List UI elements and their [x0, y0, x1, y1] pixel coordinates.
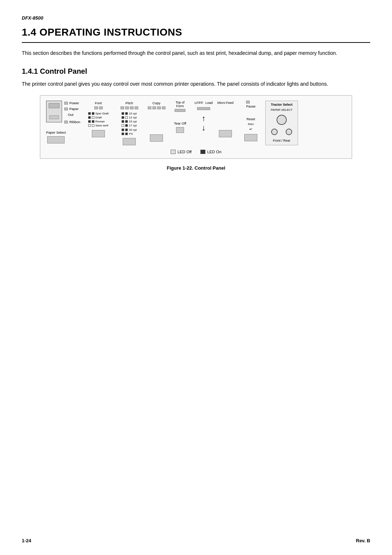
down-arrow: ↓: [202, 124, 206, 132]
led-off-label: LED Off: [177, 149, 192, 155]
top-form-section: Top of Form Tear Off: [167, 101, 193, 134]
micro-feed-button[interactable]: [219, 130, 232, 137]
tractor-knobs: [275, 114, 288, 126]
page-title: 1.4 OPERATING INSTRUCTIONS: [22, 25, 370, 43]
pitch-button[interactable]: [123, 138, 136, 145]
tear-off-button[interactable]: [176, 127, 184, 133]
figure-caption: Figure 1-22. Control Panel: [22, 165, 370, 172]
intro-text: This section describes the functions per…: [22, 49, 370, 57]
tractor-knob-left[interactable]: [277, 115, 287, 125]
top-of-label: Top of: [176, 101, 185, 105]
control-panel-diagram: Power Paper Out Ribbon: [40, 95, 352, 159]
up-arrow: ↑: [202, 114, 206, 122]
font-label: Font: [95, 101, 102, 106]
led-off-box: [171, 150, 176, 154]
font-section: Font Sper Draft Draft Roman Sans serif: [84, 101, 113, 138]
pitch-led-row: [121, 106, 138, 109]
out-label: Out: [68, 112, 73, 117]
copy-led-row: [148, 106, 166, 109]
model-label: DFX-8500: [22, 15, 370, 22]
copy-section: Copy: [146, 101, 167, 142]
lf-ff-led: [197, 106, 210, 112]
ribbon-label: Ribbon: [69, 119, 80, 125]
font-led-row: [94, 106, 103, 109]
tractor-section: Tractor Select PAPER SELECT Front / Rear: [265, 101, 298, 145]
tractor-knob-small-right[interactable]: [286, 129, 292, 135]
subsection-title: 1.4.1 Control Panel: [22, 66, 370, 77]
page-footer: 1-24 Rev. B: [22, 537, 370, 544]
tractor-knobs-bottom: [270, 127, 293, 136]
copy-label: Copy: [152, 101, 160, 106]
copy-button[interactable]: [150, 134, 163, 142]
tractor-select-label: Tractor Select: [271, 102, 293, 108]
pause-label: Pause: [246, 104, 256, 109]
paper-label: Paper: [69, 106, 78, 112]
feed-label: Feed: [226, 101, 234, 106]
footer-left: 1-24: [22, 537, 31, 544]
top-form-led: [175, 109, 185, 112]
tear-off-label: Tear Off: [174, 121, 186, 126]
tractor-knob-small-left[interactable]: [271, 129, 278, 135]
load-label: Load: [205, 101, 213, 106]
paper-select-top-label: PAPER SELECT: [271, 108, 293, 112]
pause-section: Pause Reset 3sec ↵: [236, 101, 265, 142]
front-rear-label: Front / Rear: [273, 138, 290, 143]
micro-feed-section: Micro Feed: [215, 101, 236, 138]
lf-ff-label: LF/FF: [195, 101, 203, 106]
led-legend: LED Off LED On: [44, 149, 348, 155]
micro-label: Micro: [217, 101, 225, 106]
font-legend: Sper Draft Draft Roman Sans serif: [88, 112, 109, 128]
pitch-legend: 10 cpi 12 cpi 15 cpi 17 cpi 20 cpi PS: [122, 112, 136, 136]
font-button[interactable]: [92, 130, 105, 137]
pitch-section: Pitch 10 cpi 12 cpi 15 cpi 17 cpi 20 cpi…: [113, 101, 146, 146]
form-label: Form: [176, 104, 185, 108]
footer-right: Rev. B: [356, 537, 371, 544]
left-section: Power Paper Out Ribbon: [44, 101, 84, 144]
paper-select-label: Paper Select: [46, 130, 66, 135]
printer-body-image: [46, 101, 62, 122]
led-on-box: [200, 150, 205, 154]
paper-select-button[interactable]: [47, 136, 65, 143]
pause-button[interactable]: [244, 134, 257, 141]
section-desc: The printer control panel gives you easy…: [22, 80, 370, 88]
led-on-label: LED On: [207, 149, 221, 155]
power-label: Power: [69, 101, 79, 106]
lf-ff-section: LF/FF Load ↑ ↓: [193, 101, 215, 132]
pitch-label: Pitch: [125, 101, 133, 106]
reset-label: Reset 3sec ↵: [246, 117, 255, 132]
